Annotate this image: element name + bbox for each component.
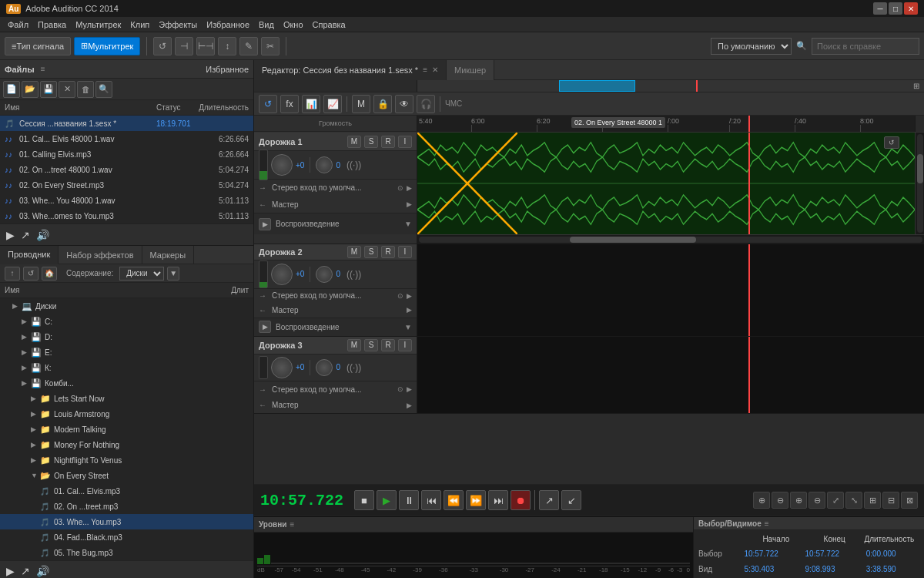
- tree-item-nightflight[interactable]: ▶ 📁 Nightflight To Venus: [0, 452, 253, 468]
- transport-import-btn[interactable]: ↙: [561, 490, 581, 510]
- files-search-btn[interactable]: 🔍: [95, 81, 112, 98]
- files-export-btn[interactable]: ↗: [21, 229, 30, 241]
- toolbar-signal-type[interactable]: ≡ Тип сигнала: [5, 37, 71, 55]
- menu-help[interactable]: Справка: [308, 20, 350, 29]
- track-2-vol-knob[interactable]: [271, 264, 293, 285]
- tree-item-k[interactable]: ▶ 💾 К:: [0, 360, 253, 375]
- files-new-btn[interactable]: 📄: [3, 81, 20, 98]
- transport-rewind-btn[interactable]: ⏪: [444, 490, 464, 510]
- editor-tab-close[interactable]: ≡: [423, 66, 427, 74]
- track-3-output-caret[interactable]: ▶: [407, 402, 412, 409]
- track-1-output-caret[interactable]: ▶: [407, 200, 412, 208]
- files-session-item[interactable]: 🎵 Сессия ...названия 1.sesx * 18:19.701: [0, 116, 253, 131]
- track-2-s-btn[interactable]: S: [364, 246, 378, 258]
- levels-menu-icon[interactable]: ≡: [290, 520, 294, 529]
- track-3-m-btn[interactable]: M: [347, 339, 361, 351]
- track-1-hscrollbar[interactable]: [417, 234, 924, 244]
- zoom-in-time-btn[interactable]: ⊕: [753, 492, 770, 509]
- explorer-home-btn[interactable]: 🏠: [42, 267, 57, 281]
- toolbar-multitrack[interactable]: ⊞ Мультитрек: [74, 37, 140, 55]
- explorer-export-btn[interactable]: ↗: [21, 565, 30, 577]
- menu-edit[interactable]: Правка: [33, 20, 71, 29]
- tree-item-disks[interactable]: ▶ 💻 Диски: [0, 298, 253, 314]
- files-play-btn[interactable]: ▶: [6, 229, 15, 241]
- tree-file-01[interactable]: 🎵 01. Cal... Elvis.mp3: [0, 483, 253, 499]
- range-selector-bar[interactable]: ⊞: [254, 80, 924, 92]
- tree-item-modern[interactable]: ▶ 📁 Modern Talking: [0, 422, 253, 437]
- tree-file-02[interactable]: 🎵 02. On ...treet.mp3: [0, 499, 253, 514]
- tree-item-c[interactable]: ▶ 💾 C:: [0, 314, 253, 329]
- tree-item-kombi[interactable]: ▶ 💾 Комби...: [0, 375, 253, 391]
- explorer-dropdown-btn[interactable]: ▼: [167, 267, 179, 281]
- transport-stop-btn[interactable]: ■: [354, 490, 374, 510]
- transport-next-clip-btn[interactable]: ⏭: [488, 490, 508, 510]
- tree-item-e[interactable]: ▶ 💾 E:: [0, 344, 253, 360]
- toolbar-trim-btn[interactable]: ⊢⊣: [196, 37, 215, 55]
- selection-menu-icon[interactable]: ≡: [765, 519, 769, 528]
- files-trash-btn[interactable]: 🗑: [77, 81, 94, 98]
- zoom-out-amp-btn[interactable]: ⊖: [808, 492, 825, 509]
- tree-file-03[interactable]: 🎵 03. Whe... You.mp3: [0, 514, 253, 529]
- transport-play-btn[interactable]: ▶: [377, 490, 397, 510]
- minimize-button[interactable]: ─: [873, 2, 887, 15]
- files-open-btn[interactable]: 📂: [22, 81, 38, 98]
- explorer-refresh-btn[interactable]: ↺: [23, 267, 38, 281]
- toolbar-snap-btn[interactable]: ⊣: [175, 37, 193, 55]
- toolbar-loop-btn[interactable]: ↺: [153, 37, 172, 55]
- zoom-fit-selection-btn[interactable]: ⤡: [845, 492, 862, 509]
- close-button[interactable]: ✕: [904, 2, 918, 15]
- files-save-btn[interactable]: 💾: [40, 81, 57, 98]
- track-1-playback-caret[interactable]: ▼: [404, 220, 412, 228]
- list-item[interactable]: ♪♪ 02. On Every Street.mp3 5:04.274: [0, 177, 253, 193]
- track-1-vscrollbar-thumb[interactable]: [917, 154, 923, 183]
- track-3-pan-knob[interactable]: [316, 359, 333, 376]
- tree-item-onevery[interactable]: ▼ 📂 On Every Street: [0, 468, 253, 483]
- toolbar-tool1[interactable]: ↕: [218, 37, 236, 55]
- et-lock-btn[interactable]: 🔒: [373, 95, 392, 113]
- track-1-m-btn[interactable]: M: [347, 136, 361, 148]
- zoom-fit-btn[interactable]: ⊞: [913, 82, 919, 90]
- list-item[interactable]: ♪♪ 03. Whe...omes to You.mp3 5:01.113: [0, 208, 253, 223]
- track-3-input-caret[interactable]: ▶: [407, 385, 412, 393]
- transport-export-btn[interactable]: ↗: [539, 490, 559, 510]
- transport-forward-btn[interactable]: ⏩: [466, 490, 486, 510]
- track-2-waveform[interactable]: [417, 244, 924, 336]
- editor-tab-close-x[interactable]: ✕: [432, 66, 438, 74]
- track-2-playback-caret[interactable]: ▼: [404, 323, 412, 331]
- menu-multitrack[interactable]: Мультитрек: [71, 20, 126, 29]
- tree-item-lets[interactable]: ▶ 📁 Lets Start Now: [0, 391, 253, 406]
- track-1-vol-knob[interactable]: [271, 154, 293, 176]
- zoom-out-full-btn[interactable]: ⊟: [882, 492, 899, 509]
- track-2-output-caret[interactable]: ▶: [407, 306, 412, 314]
- menu-clip[interactable]: Клип: [126, 20, 154, 29]
- et-mute-btn[interactable]: M: [352, 95, 370, 113]
- tab-explorer[interactable]: Проводник: [0, 246, 59, 264]
- tab-markers[interactable]: Маркеры: [142, 246, 195, 264]
- tab-effects[interactable]: Набор эффектов: [59, 246, 142, 264]
- et-stats-btn[interactable]: 📈: [323, 95, 342, 113]
- track-1-hscrollbar-thumb[interactable]: [570, 237, 696, 243]
- tree-item-d[interactable]: ▶ 💾 D:: [0, 329, 253, 344]
- zoom-out-time-btn[interactable]: ⊖: [772, 492, 788, 509]
- range-thumb[interactable]: [559, 80, 635, 92]
- preset-select[interactable]: По умолчанию: [711, 38, 792, 55]
- menu-favorites[interactable]: Избранное: [202, 20, 254, 29]
- toolbar-tool2[interactable]: ✎: [239, 37, 258, 55]
- tab-mixer[interactable]: Микшер: [447, 60, 494, 80]
- tree-file-05[interactable]: 🎵 05. The Bug.mp3: [0, 545, 253, 560]
- explorer-up-btn[interactable]: ↑: [5, 267, 20, 281]
- track-2-input-caret[interactable]: ▶: [407, 292, 412, 300]
- list-item[interactable]: ♪♪ 01. Cal... Elvis 48000 1.wav 6:26.664: [0, 131, 253, 146]
- track-1-input-caret[interactable]: ▶: [407, 184, 412, 192]
- zoom-fit-time-btn[interactable]: ⤢: [827, 492, 844, 509]
- track-3-vol-knob[interactable]: [271, 357, 293, 378]
- et-levels-btn[interactable]: 📊: [302, 95, 320, 113]
- files-close-btn[interactable]: ✕: [59, 81, 75, 98]
- list-item[interactable]: ♪♪ 02. On ...treet 48000 1.wav 5:04.274: [0, 162, 253, 177]
- menu-window[interactable]: Окно: [279, 20, 308, 29]
- transport-pause-btn[interactable]: ⏸: [399, 490, 419, 510]
- transport-record-btn[interactable]: ⏺: [511, 490, 531, 510]
- et-loop-btn[interactable]: ↺: [259, 95, 277, 113]
- track-2-i-btn[interactable]: I: [398, 246, 412, 258]
- track-2-expand-btn[interactable]: ▶: [259, 321, 271, 333]
